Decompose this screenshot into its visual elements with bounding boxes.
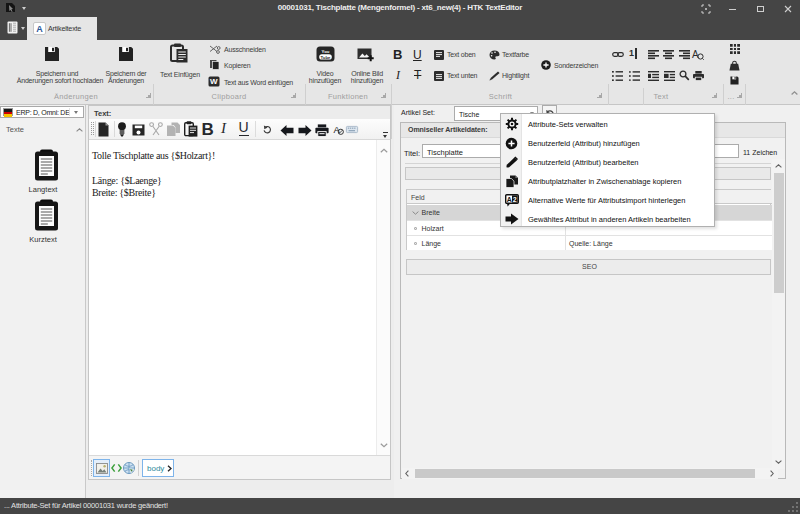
- svg-text:Tube: Tube: [321, 55, 332, 60]
- svg-text:2: 2: [513, 195, 517, 202]
- svg-text:W: W: [210, 77, 218, 86]
- svg-text:A: A: [692, 49, 699, 60]
- svg-text:You: You: [322, 49, 330, 54]
- svg-text:A: A: [507, 195, 512, 202]
